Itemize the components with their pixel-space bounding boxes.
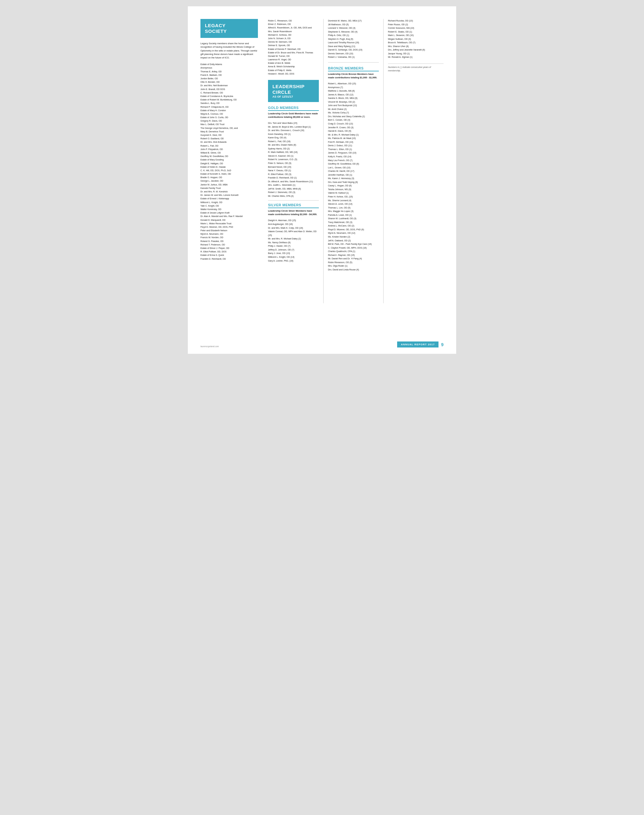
list-item: Craig D. Crouch, OD (13)	[328, 122, 379, 126]
list-item: Peter and Elizabeth Nelson	[201, 229, 258, 232]
list-item: Dwight E. Halligan, OD	[201, 162, 258, 165]
list-item: Thomas E. Artley, OD	[201, 70, 258, 73]
list-item: Marie L. Miske Revocable Trust	[201, 222, 258, 225]
list-item: Alfred A. Rosenbloom, Jr, OD, MA, DOS an…	[268, 26, 319, 29]
list-item: Ms. Kristen Norden (2)	[328, 235, 379, 239]
list-item: Francis W. Norden, OD	[201, 236, 258, 239]
list-item: Ms. Nancy DeMaso (8)	[268, 241, 319, 244]
list-item: Franklin D. Reinhardt, OD	[201, 257, 258, 261]
list-item: Dr. Alan A. Mandel and Mrs. Rae F. Mande…	[201, 214, 258, 218]
lc-as-of: AS OF 12/31/17	[273, 95, 314, 98]
list-item: Laura and Timothy Rounce (16)	[328, 41, 379, 45]
list-item: John and Toni Budzynski (12)	[328, 104, 379, 108]
list-item: Howard I. Woolf, OD, DOS	[268, 72, 319, 75]
list-item: John P. Fitzpatrick, OD	[201, 148, 258, 151]
list-item: Gary A. Lesher, PhD, (16)	[268, 259, 319, 263]
legacy-society-column: LEGACY SOCIETY Legacy Society members sh…	[201, 19, 264, 335]
list-item: Sydney Harris, OD (2)	[268, 147, 319, 151]
list-item: Gregory R. Davis, OD	[201, 119, 258, 123]
list-item: Sandra L. Bury, OD	[201, 101, 258, 105]
list-item: Millicent L. Knight, OD	[201, 201, 258, 204]
list-item: Kanode Family Trust	[201, 186, 258, 190]
list-item: Otto H. Bender, OD	[201, 80, 258, 84]
list-item: Lori L. Grover, OD (10)	[328, 166, 379, 170]
list-item: Robin Rinearson, OD (5)	[328, 261, 379, 264]
list-item: Bruce A. Teitelbaum, OD (7)	[388, 41, 443, 45]
list-item: Thomas L. Lim, OD (5)	[328, 206, 379, 210]
list-item: Mrs. Olga Roder (1)	[328, 264, 379, 268]
list-item: Kevin Danahey, OD (1)	[268, 132, 319, 136]
list-item: Drs. Jeffrey and Jeanette Varanelli (6)	[388, 48, 443, 52]
list-item: Sandra S. Block, OD, MEd (6)	[328, 96, 379, 100]
list-item: Valarie Conrad, OD, MPH and Alan D. Weil…	[268, 230, 319, 237]
list-item: Peter S. Nelson, OD (9)	[268, 161, 319, 165]
list-item: Anonymous (7)	[328, 86, 379, 89]
page: LEGACY SOCIETY Legacy Society members sh…	[188, 6, 456, 354]
list-item: Philip J. Hasler, OD (7)	[268, 244, 319, 248]
list-item: Teisha Johnson, MS (9)	[328, 188, 379, 191]
list-item: Dr. Alfred A. and Mrs. Sarah Rosenbloom …	[268, 180, 319, 183]
list-item: Dwight H. Akerman, OD (15)	[268, 218, 319, 222]
list-item: Willard B. Glime, OD	[201, 151, 258, 154]
membership-notes: Numbers in ( ) indicate consecutive year…	[388, 63, 443, 72]
list-item: Estate of Jessie Lofgren Kraft	[201, 211, 258, 214]
col3-top-names: Dominick M. Maino, OD, MEd (17)Jill Math…	[328, 19, 379, 63]
list-item: Robert L. Fait, OD	[201, 144, 258, 148]
list-item: Estate of Dr. Bruce and Mrs. Flora M. Th…	[268, 51, 319, 54]
list-item: Delmar E. Spronk, OD	[268, 44, 319, 47]
list-item: Drs. Kara and Todd Heying (8)	[328, 180, 379, 184]
list-item: Matthew J. Asciutto, MA (6)	[328, 89, 379, 93]
list-item: Wayne A. Covioux, OD	[201, 112, 258, 115]
list-item: Bill M. Park, OD - Park Family Eye Care …	[328, 242, 379, 246]
list-item: Barry J. Jose, OD (13)	[268, 251, 319, 255]
list-item: Ms. Sherrie Leonard (4)	[328, 199, 379, 203]
list-item: Michael D. Schloss, OD	[268, 33, 319, 37]
list-item: James D. Ferguson, OD (10)	[328, 151, 379, 155]
list-item: Estate of Ernest I. Kiekenapp	[201, 197, 258, 200]
list-item: Lawrence R. Vogel, OD	[268, 58, 319, 61]
list-item: Philip A. Ortiz, OD (1)	[328, 34, 379, 37]
list-item: Estate of Ann B. Webb	[268, 61, 319, 65]
bronze-members-desc: Leadership Circle Bronze Members have ma…	[328, 73, 379, 79]
legacy-society-box: LEGACY SOCIETY	[201, 19, 258, 38]
column-2: Robin C. Rinearson, ODElmer Z. Robinson,…	[264, 19, 324, 303]
list-item: C. Clayton Powell, OD, MPH, DOS (16)	[328, 246, 379, 250]
list-item: Robert L. Fait, OD (18)	[268, 140, 319, 143]
list-item: Jennifer Harthan, OD (1)	[328, 173, 379, 177]
annual-report-label: Annual Report 2017	[397, 341, 439, 348]
list-item: Jeffrey D. Johnson, OD (7)	[268, 248, 319, 252]
list-item: Valerie M. Kattouf (1)	[328, 191, 379, 195]
list-item: Jacque Young, OD (1)	[388, 52, 443, 55]
col4-top-names: Richard Rucoba, OD (10)Peter Russo, OD (…	[388, 19, 443, 59]
list-item: Richard Rucoba, OD (10)	[388, 19, 443, 23]
list-item: Casey L. Hogan, OD (6)	[328, 184, 379, 188]
list-item: The George Lloyd Demetros, OD, and	[201, 126, 258, 130]
list-item: Nana Y. Owusu, OD (1)	[268, 169, 319, 172]
list-item: Mary B. Demetros Trust	[201, 130, 258, 133]
list-item: Robert J. Steinmetz, OD (3)	[268, 191, 319, 194]
bronze-members-list: Robert L. Albertson, OD (15)Anonymous (7…	[328, 82, 379, 271]
list-item: Stephen H. Pugh, Esq (9)	[328, 37, 379, 41]
list-item: Bert C. Corwin, OD (4)	[328, 118, 379, 122]
list-item: John E. Brandt, OD DOS	[201, 88, 258, 91]
list-item: R. Elliot Politser, OD (3)	[268, 172, 319, 176]
list-item: Ms. Karen J. Hennessy (3)	[328, 177, 379, 180]
list-item: Mr. Daniel Ren and Dr. Yi Pang (4)	[328, 257, 379, 261]
list-item: Connie Scavuzzo, MA (10)	[388, 26, 443, 30]
list-item: Estate of Robert W. Bumbleburg, OD	[201, 98, 258, 101]
list-item: Frank E. Baldwin, OD	[201, 73, 258, 77]
list-item: Megan Sullivan, OD (3)	[388, 37, 443, 41]
bronze-members-title: BRONZE MEMBERS	[328, 66, 379, 71]
page-number: 9	[441, 342, 443, 347]
list-item: Robert O. Eastland, OD	[201, 137, 258, 140]
col2-top-names: Robin C. Rinearson, ODElmer Z. Robinson,…	[268, 19, 319, 75]
list-item: Robert N. Lewenson, O.D. (5)	[268, 158, 319, 161]
list-item: Steven K. Kasinof, OD (1)	[268, 154, 319, 158]
list-item: Robert J. Vodvarka, OD (1)	[328, 55, 379, 59]
leadership-circle-box: LEADERSHIP CIRCLE AS OF 12/31/17	[268, 80, 319, 102]
list-item: George L. Jacober, OD	[201, 179, 258, 183]
list-item: Drs. Tom and Vasvi Babu (15)	[268, 121, 319, 125]
list-item: Gurpreet K. Deol, OD	[201, 133, 258, 137]
list-item: Mr. and Mrs. R. Michael Daley (2)	[268, 237, 319, 241]
list-item: Drs. David and Linda Rouse (4)	[328, 268, 379, 272]
